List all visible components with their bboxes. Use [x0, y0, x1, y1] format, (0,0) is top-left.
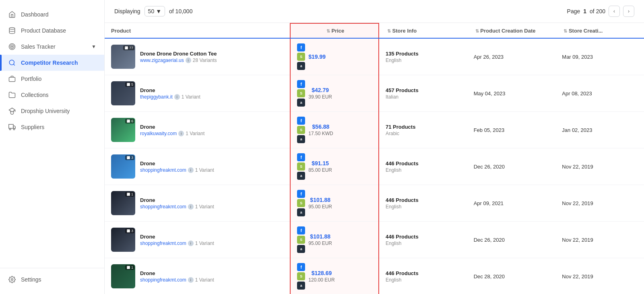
store-creation-cell-3: Jan 02, 2023 — [555, 112, 644, 148]
gear-icon — [8, 275, 16, 284]
sort-icon: ⇅ — [564, 29, 567, 34]
sidebar-item-dashboard[interactable]: Dashboard — [0, 6, 104, 23]
amazon-icon[interactable]: a — [297, 208, 305, 216]
price-cell-1: f S a $19.99 — [290, 38, 379, 75]
facebook-icon[interactable]: f — [297, 190, 305, 198]
sort-icon: ⇅ — [475, 29, 479, 34]
price-values: $128.69 120.00 EUR — [308, 270, 334, 283]
store-creation-date: Nov 22, 2019 — [562, 200, 593, 206]
info-icon[interactable]: i — [188, 204, 194, 210]
image-count-badge: 77 — [123, 45, 134, 50]
display-count-select[interactable]: 50 ▼ — [144, 6, 165, 16]
facebook-icon[interactable]: f — [297, 263, 305, 271]
facebook-icon[interactable]: f — [297, 226, 305, 234]
product-cell-7: 1 Drone shoppingfreakmt.com i 1 Variant — [105, 258, 290, 294]
store-info: 135 Products English — [386, 51, 461, 63]
product-url[interactable]: thepiggybank.it — [140, 94, 173, 100]
col-header-store-info[interactable]: ⇅ Store Info — [379, 23, 467, 38]
product-variants: 1 Variant — [182, 94, 200, 100]
amazon-icon[interactable]: a — [297, 135, 305, 143]
col-header-price[interactable]: ⇅ Price — [290, 23, 379, 38]
amazon-icon[interactable]: a — [297, 172, 305, 180]
facebook-icon[interactable]: f — [297, 117, 305, 125]
sidebar-item-suppliers[interactable]: Suppliers — [0, 119, 104, 135]
info-icon[interactable]: i — [188, 167, 194, 173]
product-thumbnail[interactable]: 3 — [111, 228, 135, 252]
info-icon[interactable]: i — [188, 241, 194, 246]
of-total-label: of 10,000 — [169, 8, 192, 14]
product-name: Drone — [140, 270, 214, 276]
info-icon[interactable]: i — [178, 131, 184, 136]
amazon-icon[interactable]: a — [297, 62, 305, 70]
facebook-icon[interactable]: f — [297, 153, 305, 161]
svg-point-18 — [128, 120, 128, 121]
sidebar: Dashboard Product Database Sales Tracker… — [0, 0, 105, 294]
sidebar-item-dropship-university[interactable]: Dropship University — [0, 103, 104, 119]
product-info: Drone Drone Drone Cotton Tee www.zigzaga… — [140, 51, 217, 63]
shopify-icon[interactable]: S — [297, 199, 305, 207]
svg-point-0 — [9, 28, 15, 30]
facebook-icon[interactable]: f — [297, 80, 305, 88]
product-row: 3 Drone shoppingfreakmt.com i 1 Variant — [111, 228, 283, 252]
shopify-icon[interactable]: S — [297, 162, 305, 171]
product-thumbnail[interactable]: 1 — [111, 264, 135, 288]
amazon-icon[interactable]: a — [297, 99, 305, 107]
store-info: 446 Products English — [386, 234, 461, 246]
price-values: $56.88 17.50 KWD — [308, 123, 333, 136]
info-icon[interactable]: i — [186, 58, 191, 63]
product-url[interactable]: shoppingfreakmt.com — [140, 167, 186, 173]
product-variants: 1 Variant — [186, 131, 204, 136]
col-header-creation-date[interactable]: ⇅ Product Creation Date — [467, 23, 556, 38]
col-header-store-creation[interactable]: ⇅ Store Creati... — [555, 23, 644, 38]
price-usd: $101.88 — [308, 197, 332, 203]
product-url[interactable]: shoppingfreakmt.com — [140, 277, 186, 283]
shopify-icon[interactable]: S — [297, 53, 305, 61]
shopify-icon[interactable]: S — [297, 272, 305, 280]
facebook-icon[interactable]: f — [297, 43, 305, 51]
product-thumbnail[interactable]: 5 — [111, 81, 135, 105]
shopify-icon[interactable]: S — [297, 236, 305, 244]
prev-page-button[interactable]: ‹ — [609, 6, 620, 17]
amazon-icon[interactable]: a — [297, 282, 305, 290]
store-creation-cell-6: Nov 22, 2019 — [555, 222, 644, 258]
info-icon[interactable]: i — [174, 94, 180, 100]
product-url[interactable]: shoppingfreakmt.com — [140, 241, 186, 246]
product-url[interactable]: www.zigzagaerial.us — [140, 58, 184, 63]
product-thumbnail[interactable]: 3 — [111, 154, 135, 179]
store-info: 457 Products Italian — [386, 87, 461, 100]
product-url[interactable]: royalkuwaity.com — [140, 131, 177, 136]
shopify-icon[interactable]: S — [297, 126, 305, 134]
topbar-left: Displaying 50 ▼ of 10,000 — [114, 6, 192, 16]
sidebar-item-product-database[interactable]: Product Database — [0, 23, 104, 39]
product-variants: 1 Variant — [195, 204, 214, 210]
store-creation-date: Nov 22, 2019 — [562, 237, 593, 243]
store-info-cell-4: 446 Products English — [379, 148, 467, 185]
sidebar-item-label: Dropship University — [21, 108, 70, 114]
product-variants: 1 Variant — [195, 277, 214, 283]
store-product-count: 446 Products — [386, 234, 461, 240]
product-thumbnail[interactable]: 6 — [111, 118, 135, 142]
store-product-count: 446 Products — [386, 160, 461, 167]
sidebar-item-sales-tracker[interactable]: Sales Tracker ▼ — [0, 39, 104, 55]
next-page-button[interactable]: › — [623, 6, 634, 17]
sidebar-item-collections[interactable]: Collections — [0, 87, 104, 103]
svg-rect-6 — [9, 77, 15, 82]
sidebar-item-portfolio[interactable]: Portfolio — [0, 71, 104, 87]
product-thumbnail[interactable]: 1 — [111, 191, 135, 215]
product-thumbnail[interactable]: 77 — [111, 45, 135, 69]
info-icon[interactable]: i — [188, 277, 194, 283]
creation-date: Apr 26, 2023 — [474, 54, 504, 60]
store-language: English — [386, 167, 461, 173]
page-number: 1 — [583, 8, 586, 14]
store-product-count: 457 Products — [386, 87, 461, 93]
col-header-product[interactable]: Product — [105, 23, 290, 38]
price-local: 95.00 EUR — [308, 204, 332, 210]
sidebar-item-competitor-research[interactable]: Competitor Research — [0, 55, 104, 71]
store-creation-date: Nov 22, 2019 — [562, 164, 593, 170]
displaying-label: Displaying — [114, 8, 140, 14]
product-url[interactable]: shoppingfreakmt.com — [140, 204, 186, 210]
amazon-icon[interactable]: a — [297, 245, 305, 253]
sidebar-item-settings[interactable]: Settings — [0, 271, 104, 288]
platform-icons: f S a — [297, 43, 305, 70]
shopify-icon[interactable]: S — [297, 89, 305, 97]
